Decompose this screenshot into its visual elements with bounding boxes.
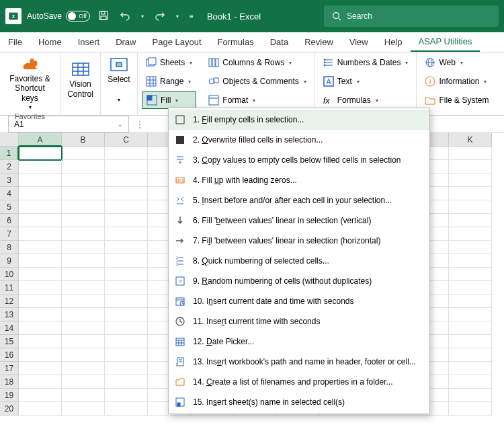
cell[interactable] — [19, 187, 62, 200]
cell[interactable] — [105, 375, 148, 389]
qat-customize-icon[interactable]: ≡ — [187, 13, 196, 20]
fill-menu-item-11[interactable]: 11. Insert current time with seconds — [169, 311, 429, 332]
cell[interactable] — [105, 268, 148, 281]
fill-button[interactable]: Fill▾ — [142, 91, 196, 109]
range-button[interactable]: Range▾ — [142, 73, 196, 90]
cell[interactable] — [62, 281, 105, 295]
cell[interactable] — [62, 147, 105, 160]
row-header[interactable]: 16 — [0, 348, 19, 362]
tab-file[interactable]: File — [0, 32, 30, 52]
row-header[interactable]: 2 — [0, 160, 19, 173]
cell[interactable] — [62, 241, 105, 254]
undo-dropdown-icon[interactable]: ▾ — [138, 13, 146, 20]
numbers-dates-button[interactable]: Numbers & Dates▾ — [319, 54, 413, 71]
fill-menu-item-6[interactable]: 6. Fill 'between values' linear in selec… — [169, 210, 429, 231]
cell[interactable] — [62, 389, 105, 402]
row-header[interactable]: 4 — [0, 187, 19, 200]
cell[interactable] — [62, 160, 105, 173]
cell[interactable] — [449, 187, 492, 200]
fill-menu-item-8[interactable]: 1238. Quick numbering of selected cells.… — [169, 251, 429, 271]
cell[interactable] — [449, 348, 492, 362]
tab-page-layout[interactable]: Page Layout — [144, 32, 210, 52]
cell[interactable] — [105, 187, 148, 200]
sheets-button[interactable]: Sheets▾ — [142, 54, 196, 71]
cell[interactable] — [62, 375, 105, 389]
cell[interactable] — [449, 241, 492, 254]
cell[interactable] — [62, 295, 105, 308]
cell[interactable] — [449, 402, 492, 416]
autosave-toggle[interactable]: AutoSave Off — [27, 11, 90, 22]
cell[interactable] — [105, 295, 148, 308]
column-header[interactable]: A — [19, 133, 62, 147]
cell[interactable] — [105, 173, 148, 187]
cell[interactable] — [105, 241, 148, 254]
cell[interactable] — [62, 402, 105, 416]
cell[interactable] — [449, 200, 492, 214]
cell[interactable] — [62, 254, 105, 268]
tab-help[interactable]: Help — [376, 32, 411, 52]
cell[interactable] — [105, 362, 148, 375]
column-header[interactable]: B — [62, 133, 105, 147]
row-header[interactable]: 9 — [0, 254, 19, 268]
cell[interactable] — [62, 200, 105, 214]
search-box[interactable]: Search — [324, 5, 499, 27]
fill-menu-item-10[interactable]: 10. Insert current date and time with se… — [169, 291, 429, 311]
fill-menu-item-3[interactable]: 3. Copy values to empty cells below fill… — [169, 150, 429, 170]
cell[interactable] — [449, 295, 492, 308]
cell[interactable] — [105, 389, 148, 402]
cell[interactable] — [449, 214, 492, 227]
tab-review[interactable]: Review — [296, 32, 341, 52]
formulas-button[interactable]: fx Formulas▾ — [319, 91, 413, 109]
cell[interactable] — [19, 173, 62, 187]
columns-rows-button[interactable]: Columns & Rows▾ — [204, 54, 310, 71]
cell[interactable] — [19, 281, 62, 295]
redo-dropdown-icon[interactable]: ▾ — [173, 13, 181, 20]
cell[interactable] — [19, 268, 62, 281]
information-button[interactable]: i Information▾ — [421, 73, 493, 90]
select-button[interactable]: Select▾ — [102, 55, 135, 106]
redo-icon[interactable] — [152, 10, 168, 23]
tab-draw[interactable]: Draw — [108, 32, 144, 52]
select-all-corner[interactable] — [0, 133, 19, 147]
row-header[interactable]: 6 — [0, 214, 19, 227]
row-header[interactable]: 3 — [0, 173, 19, 187]
cell[interactable] — [62, 268, 105, 281]
cell[interactable] — [449, 281, 492, 295]
cell[interactable] — [105, 281, 148, 295]
file-system-button[interactable]: File & System — [421, 91, 493, 109]
cell[interactable] — [62, 214, 105, 227]
fill-menu-item-9[interactable]: ?9. Random numbering of cells (without d… — [169, 271, 429, 291]
row-header[interactable]: 15 — [0, 335, 19, 348]
toggle-switch[interactable]: Off — [66, 11, 90, 22]
cell[interactable] — [19, 295, 62, 308]
cell[interactable] — [19, 308, 62, 321]
cell[interactable] — [19, 362, 62, 375]
cell[interactable] — [449, 335, 492, 348]
row-header[interactable]: 18 — [0, 375, 19, 389]
row-header[interactable]: 13 — [0, 308, 19, 321]
cell[interactable] — [105, 308, 148, 321]
row-header[interactable]: 19 — [0, 389, 19, 402]
cell[interactable] — [19, 402, 62, 416]
text-button[interactable]: A Text▾ — [319, 73, 413, 90]
chevron-down-icon[interactable]: ⌄ — [118, 121, 123, 128]
vision-control-button[interactable]: Vision Control — [62, 55, 99, 106]
web-button[interactable]: Web▾ — [421, 54, 493, 71]
tab-view[interactable]: View — [341, 32, 376, 52]
row-header[interactable]: 14 — [0, 321, 19, 335]
cell[interactable] — [19, 241, 62, 254]
cell[interactable] — [62, 227, 105, 241]
tab-data[interactable]: Data — [262, 32, 296, 52]
fill-menu-item-7[interactable]: 7. Fill 'between values' linear in selec… — [169, 231, 429, 251]
cell[interactable] — [449, 254, 492, 268]
cell[interactable] — [62, 308, 105, 321]
cell[interactable] — [19, 389, 62, 402]
objects-comments-button[interactable]: Objects & Comments▾ — [204, 73, 310, 90]
cell[interactable] — [105, 348, 148, 362]
favorites-button[interactable]: Favorites & Shortcut keys▾ — [4, 55, 56, 112]
cell[interactable] — [62, 348, 105, 362]
fill-menu-item-13[interactable]: 13. Insert workbook's path and name in h… — [169, 352, 429, 372]
cell[interactable] — [105, 254, 148, 268]
fb-more-icon[interactable]: ⋮ — [136, 120, 144, 129]
cell[interactable] — [19, 254, 62, 268]
